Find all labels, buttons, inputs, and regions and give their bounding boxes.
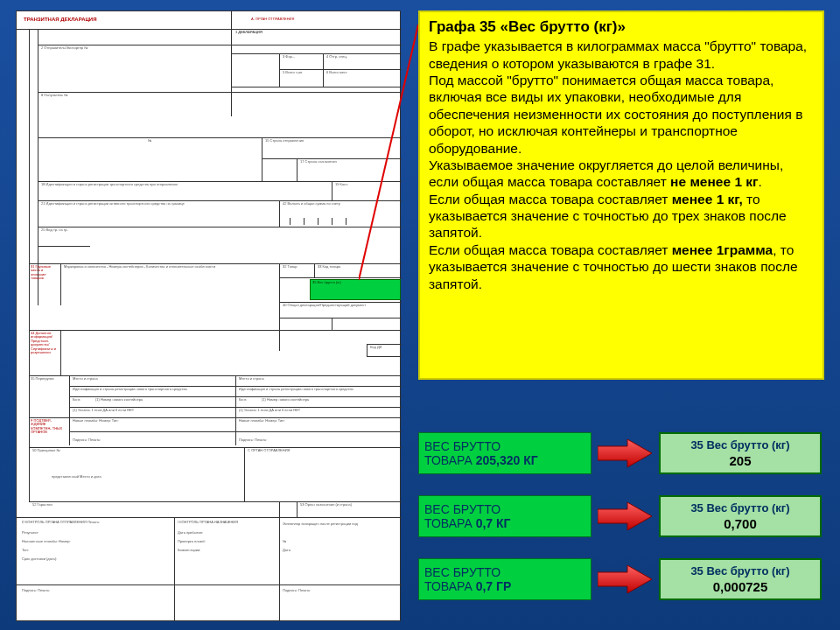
svg-marker-1	[598, 439, 652, 467]
l6: 6 Всего мест	[326, 71, 347, 74]
l55b: Место и страна	[239, 377, 264, 381]
form-title: ТРАНЗИТНАЯ ДЕКЛАРАЦИЯ	[24, 17, 96, 22]
lK2: Конт.	[239, 398, 247, 402]
l55d: Идентификация и страна регистрации новог…	[239, 388, 396, 391]
lS1: Новые пломбы: Номер: Тип:	[73, 419, 119, 423]
lIkom: Комментарии:	[178, 549, 200, 552]
exp-b2: менее 1 кг,	[672, 192, 743, 206]
l50b: представленный Место и дата	[52, 475, 102, 479]
arrow-icon	[598, 502, 652, 530]
l33: 33 Код товара	[318, 265, 340, 269]
box-1: 1 ДЕКЛАРАЦИЯ	[235, 31, 262, 34]
ex-dst-val: 0,000725	[713, 579, 768, 594]
l2: 2 Отправитель/Экспортер №	[41, 46, 88, 50]
explanation-title: Графа 35 «Вес брутто (кг)»	[429, 18, 814, 36]
ex-dst-val: 205	[729, 453, 751, 468]
lIplomb: Проверка пломб:	[178, 540, 206, 543]
example-row-2: ВЕС БРУТТО ТОВАРА 0,7 КГ 35 Вес брутто (…	[418, 495, 824, 537]
ex-dst-lbl: 35 Вес брутто (кг)	[690, 564, 789, 578]
lSg2: Подпись: Печать:	[239, 438, 267, 442]
lIpod2: Подпись: Печать:	[283, 589, 311, 592]
svg-marker-2	[598, 502, 652, 530]
l32: 32 Товар	[283, 265, 297, 269]
l31h: 31 Грузовые места и описание товаров	[31, 265, 59, 281]
l44kd: Код ДИ	[370, 346, 382, 349]
l15: 15 Страна отправления	[265, 139, 304, 143]
ex-src-val: 205,320 КГ	[476, 453, 538, 467]
example-row-1: ВЕС БРУТТО ТОВАРА 205,320 КГ 35 Вес брут…	[418, 432, 824, 474]
lSg1: Подпись: Печать:	[73, 438, 101, 442]
l25: 25 Вид тр. на гр.	[41, 228, 68, 232]
svg-marker-3	[598, 565, 652, 593]
lC: C ОРГАН ОТПРАВЛЕНИЯ	[248, 449, 290, 452]
ex-dst-lbl: 35 Вес брутто (кг)	[690, 501, 789, 514]
l19: 19 Конт.	[335, 183, 348, 186]
l14: №	[148, 139, 151, 143]
l17: 17 Страна назначения	[300, 160, 337, 164]
ex-src-l1: ВЕС БРУТТО	[424, 439, 500, 453]
ex-src-l2: ТОВАРА	[424, 516, 476, 530]
lDp: Наложенные пломбы: Номер:	[22, 540, 71, 543]
lC2: (1) Указать 1 если ДА или 0 если НЕТ	[239, 409, 300, 412]
l44h: 44 Дополнит. информация/ Представл. доку…	[31, 332, 59, 354]
l35: 35 Вес брутто (кг)	[312, 281, 341, 284]
lIdate: Дата прибытия:	[178, 531, 203, 535]
l55: 55 Перегрузки	[31, 377, 54, 381]
lIdate2: Дата	[283, 549, 290, 552]
lK1: Конт.	[73, 398, 80, 402]
example-source: ВЕС БРУТТО ТОВАРА 205,320 КГ	[418, 432, 592, 474]
example-source: ВЕС БРУТТО ТОВАРА 0,7 ГР	[418, 558, 592, 600]
lDt: Тип:	[22, 549, 29, 552]
ex-src-l2: ТОВАРА	[424, 579, 476, 593]
lDr: Результат:	[22, 531, 38, 535]
ex-src-l1: ВЕС БРУТТО	[424, 502, 500, 516]
ex-src-l1: ВЕС БРУТТО	[424, 565, 500, 579]
header-organ: А. ОРГАН ОТПРАВЛЕНИЯ	[251, 18, 294, 21]
exp-b3: менее 1грамма	[672, 242, 774, 257]
l54: 50 Принципал №	[32, 449, 60, 452]
lD: D КОНТРОЛЬ ОРГАНА ОТПРАВЛЕНИЯ Печать:	[22, 521, 100, 524]
lF: F ПОДТВЕР- ЖДЕНИЕ КОМПЕТЕН- ТНЫХ ОРГАНОВ	[31, 419, 66, 435]
ex-dst-lbl: 35 Вес брутто (кг)	[690, 438, 789, 452]
ex-src-l2: ТОВАРА	[424, 453, 476, 467]
lNI1: (1) Номер нового контейнера	[95, 398, 143, 402]
explanation-box: Графа 35 «Вес брутто (кг)» В графе указы…	[418, 10, 824, 380]
example-row-3: ВЕС БРУТТО ТОВАРА 0,7 ГР 35 Вес брутто (…	[418, 558, 824, 600]
exp-t1: В графе указывается в килограммах масса …	[429, 38, 807, 189]
l40: 40 Общая декларация/Предшествующий докум…	[283, 304, 398, 307]
lIno: №	[283, 540, 286, 543]
example-source: ВЕС БРУТТО ТОВАРА 0,7 КГ	[418, 495, 592, 537]
l18: 18 Идентификация и страна регистрации тр…	[41, 183, 304, 186]
example-result: 35 Вес брутто (кг) 0,700	[659, 495, 822, 537]
l31b: Маркировка и количество - Номера контейн…	[64, 265, 265, 269]
arrow-icon	[598, 439, 652, 467]
l8: 8 Получатель №	[41, 94, 68, 97]
arrow-icon	[598, 565, 652, 593]
l53: 53 Орган назначения (и страна)	[300, 503, 352, 507]
lIex: Экземпляр возвращен после регистрации по…	[283, 522, 388, 526]
exp-b1: не менее 1 кг	[670, 174, 758, 189]
ex-src-val: 0,7 КГ	[476, 516, 511, 530]
ex-dst-val: 0,700	[724, 516, 757, 531]
lIpod1: Подпись: Печать:	[22, 589, 50, 592]
l4: 4 Отгр. спец.	[326, 55, 347, 59]
l55c: Идентификация и страна регистрации новог…	[73, 388, 230, 391]
l52: 52 Гарантия	[32, 503, 52, 507]
ex-src-val: 0,7 ГР	[476, 579, 512, 593]
l55a: Место и страна	[73, 377, 98, 381]
lDs: Срок доставки (дата):	[22, 557, 57, 561]
example-result: 35 Вес брутто (кг) 205	[659, 432, 822, 474]
l3: 3 Фор...	[283, 55, 295, 59]
lC1: (1) Указать 1 если ДА или 0 если НЕТ	[73, 409, 134, 412]
lS2: Новые пломбы: Номер: Тип:	[239, 419, 285, 423]
lI: I КОНТРОЛЬ ОРГАНА НАЗНАЧЕНИЯ	[178, 521, 238, 524]
lNI2: (1) Номер нового контейнера	[262, 398, 309, 402]
transit-declaration-form: ТРАНЗИТНАЯ ДЕКЛАРАЦИЯ А. ОРГАН ОТПРАВЛЕН…	[16, 10, 401, 621]
l21: 21 Идентификация и страна регистрации ак…	[41, 202, 269, 206]
l42: 42 Валюта и общая сумма по счету	[283, 202, 340, 206]
example-result: 35 Вес брутто (кг) 0,000725	[659, 558, 822, 600]
l5: 5 Всего т-ов	[283, 71, 302, 74]
